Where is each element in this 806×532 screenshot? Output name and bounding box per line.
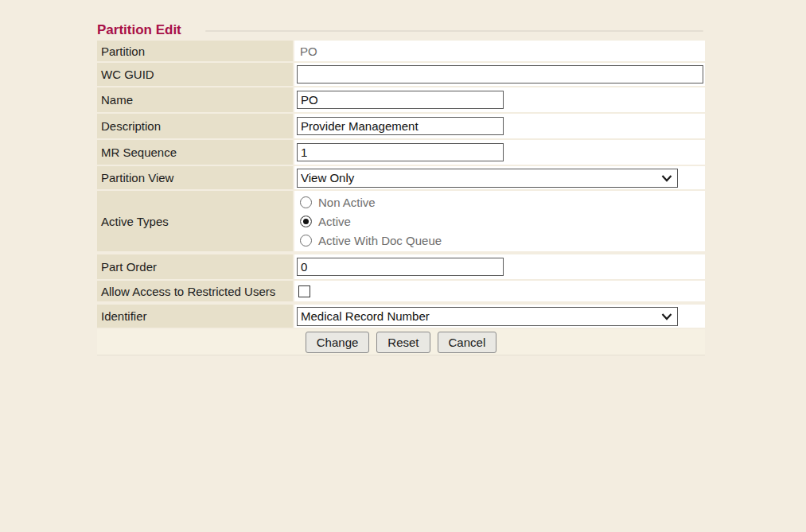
reset-button[interactable]: Reset	[376, 332, 430, 353]
active-types-label: Active Types	[97, 191, 293, 251]
name-label: Name	[97, 87, 293, 112]
radio-option-active-with-doc-queue: Active With Doc Queue	[297, 231, 442, 250]
allow-access-checkbox[interactable]	[298, 285, 310, 297]
page-title-text: Partition Edit	[97, 22, 181, 37]
cancel-button[interactable]: Cancel	[438, 332, 497, 353]
identifier-label: Identifier	[97, 305, 293, 328]
non-active-radio[interactable]	[300, 196, 312, 208]
row-part-order: Part Order	[97, 254, 705, 279]
row-identifier: Identifier Medical Record Number	[97, 305, 705, 328]
change-button[interactable]: Change	[306, 332, 370, 353]
wc-guid-label: WC GUID	[97, 63, 293, 86]
row-wc-guid: WC GUID	[97, 63, 705, 86]
page-title: Partition Edit	[97, 22, 705, 38]
row-name: Name	[97, 87, 705, 112]
active-radio-label: Active	[318, 215, 351, 228]
partition-edit-form: Partition Edit Partition PO WC GUID Name…	[97, 22, 705, 355]
part-order-input[interactable]	[297, 258, 504, 276]
active-with-doc-queue-radio[interactable]	[300, 235, 312, 247]
partition-view-select-wrap: View Only	[297, 169, 678, 188]
row-partition-view: Partition View View Only	[97, 166, 705, 189]
title-divider	[205, 30, 703, 32]
mr-sequence-input[interactable]	[297, 143, 504, 161]
radio-option-non-active: Non Active	[297, 192, 376, 212]
active-radio[interactable]	[300, 216, 312, 227]
row-partition: Partition PO	[97, 41, 705, 61]
row-active-types: Active Types Non Active Active Active Wi…	[97, 191, 705, 251]
partition-label: Partition	[97, 41, 293, 61]
radio-option-active: Active	[297, 212, 351, 231]
row-description: Description	[97, 114, 705, 138]
active-with-doc-queue-radio-label: Active With Doc Queue	[318, 234, 442, 247]
wc-guid-input[interactable]	[297, 65, 703, 83]
part-order-label: Part Order	[97, 254, 293, 279]
partition-view-label: Partition View	[97, 166, 293, 189]
mr-sequence-label: MR Sequence	[97, 140, 293, 165]
partition-value: PO	[297, 45, 317, 58]
description-label: Description	[97, 114, 293, 138]
form-actions: Change Reset Cancel	[97, 329, 705, 355]
partition-view-select[interactable]: View Only	[297, 169, 678, 188]
name-input[interactable]	[297, 91, 504, 109]
allow-access-label: Allow Access to Restricted Users	[97, 281, 293, 301]
description-input[interactable]	[297, 117, 504, 135]
row-mr-sequence: MR Sequence	[97, 140, 705, 165]
non-active-radio-label: Non Active	[318, 196, 376, 209]
identifier-select[interactable]: Medical Record Number	[297, 307, 678, 326]
row-allow-access: Allow Access to Restricted Users	[97, 281, 705, 301]
identifier-select-wrap: Medical Record Number	[297, 307, 678, 326]
